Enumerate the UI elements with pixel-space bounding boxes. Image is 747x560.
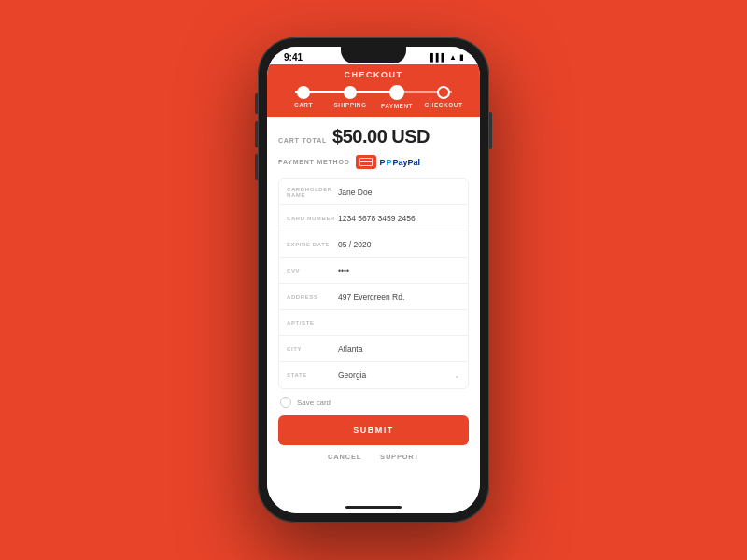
step-payment: PAYMENT <box>374 85 420 109</box>
field-label-expire: EXPIRE DATE <box>287 242 338 247</box>
paypal-text: PayPal <box>393 158 421 167</box>
field-card-number[interactable]: CARD NUMBER 1234 5678 3459 2456 <box>279 205 468 231</box>
cart-total-amount: $50.00 USD <box>332 126 430 147</box>
volume-up-button <box>255 121 258 147</box>
field-address[interactable]: ADDRESS 497 Evergreen Rd. <box>279 284 468 310</box>
field-value-cardnumber: 1234 5678 3459 2456 <box>338 214 460 223</box>
step-label-shipping: SHIPPING <box>333 102 366 108</box>
save-card-row[interactable]: Save card <box>278 397 469 408</box>
field-label-address: ADDRESS <box>287 294 338 300</box>
form-section: CARDHOLDER NAME Jane Doe CARD NUMBER 123… <box>278 178 469 389</box>
checkout-title: CHECKOUT <box>276 70 471 79</box>
step-cart: CART <box>280 86 327 108</box>
steps-container: CART SHIPPING PAYMENT CHECKOUT <box>276 85 471 109</box>
home-bar <box>345 506 402 509</box>
field-cvv[interactable]: CVV •••• <box>279 258 468 284</box>
step-label-payment: PAYMENT <box>381 103 413 109</box>
status-icons: ▌▌▌ ▲ ▮ <box>430 53 463 62</box>
field-value-state: Georgia <box>338 371 454 380</box>
field-label-apt: APT/STE <box>287 320 338 326</box>
phone-shell: 9:41 ▌▌▌ ▲ ▮ CHECKOUT CART SHIPPING <box>258 37 489 523</box>
save-card-label: Save card <box>297 399 331 407</box>
field-label-cvv: CVV <box>287 268 338 273</box>
field-value-cardholder: Jane Doe <box>338 188 460 197</box>
field-value-address: 497 Evergreen Rd. <box>338 292 460 301</box>
field-value-cvv: •••• <box>338 266 460 275</box>
payment-icons: P P PayPal <box>356 155 421 169</box>
power-button <box>489 112 492 149</box>
field-value-city: Atlanta <box>338 344 460 354</box>
support-link[interactable]: SUPPORT <box>380 453 419 461</box>
notch <box>341 47 406 63</box>
volume-down-button <box>255 154 258 180</box>
battery-icon: ▮ <box>459 53 463 62</box>
credit-card-icon[interactable] <box>356 155 376 169</box>
checkout-body: CART TOTAL $50.00 USD PAYMENT METHOD P P… <box>267 117 480 500</box>
step-label-checkout: CHECKOUT <box>425 102 463 108</box>
field-label-cardnumber: CARD NUMBER <box>287 216 338 221</box>
field-city[interactable]: CITY Atlanta <box>279 336 468 362</box>
cart-total-row: CART TOTAL $50.00 USD <box>278 126 469 147</box>
home-indicator <box>267 500 480 513</box>
step-label-cart: CART <box>294 102 313 108</box>
field-cardholder-name[interactable]: CARDHOLDER NAME Jane Doe <box>279 179 468 205</box>
paypal-logo[interactable]: P P PayPal <box>380 158 421 167</box>
field-expire-date[interactable]: EXPIRE DATE 05 / 2020 <box>279 231 468 258</box>
step-dot-checkout <box>437 86 450 99</box>
bottom-links: CANCEL SUPPORT <box>278 453 469 461</box>
field-label-state: STATE <box>287 372 338 378</box>
step-checkout: CHECKOUT <box>420 86 467 108</box>
payment-method-row: PAYMENT METHOD P P PayPal <box>278 155 469 169</box>
field-label-cardholder: CARDHOLDER NAME <box>287 187 338 198</box>
silent-switch <box>255 93 258 114</box>
status-bar: 9:41 ▌▌▌ ▲ ▮ <box>267 47 480 64</box>
cancel-link[interactable]: CANCEL <box>328 453 361 461</box>
cart-total-label: CART TOTAL <box>278 137 327 144</box>
field-label-city: CITY <box>287 346 338 352</box>
paypal-p1: P <box>380 158 386 167</box>
field-value-expire: 05 / 2020 <box>338 240 460 249</box>
step-dot-cart <box>297 86 310 99</box>
step-dot-shipping <box>344 86 357 99</box>
field-apt[interactable]: APT/STE <box>279 310 468 336</box>
field-state[interactable]: STATE Georgia ⌄ <box>279 362 468 388</box>
signal-icon: ▌▌▌ <box>430 53 446 62</box>
paypal-p2: P <box>387 158 392 167</box>
chevron-down-icon: ⌄ <box>454 371 460 380</box>
wifi-icon: ▲ <box>449 53 457 62</box>
card-icon-inner <box>359 158 373 166</box>
status-time: 9:41 <box>284 52 303 63</box>
save-card-checkbox[interactable] <box>280 397 291 408</box>
payment-method-label: PAYMENT METHOD <box>278 159 350 165</box>
step-dot-payment <box>389 85 404 100</box>
submit-button[interactable]: SUBMIT <box>278 415 469 445</box>
step-shipping: SHIPPING <box>327 86 374 108</box>
checkout-header: CHECKOUT CART SHIPPING PAYMENT <box>267 64 480 117</box>
phone-screen: 9:41 ▌▌▌ ▲ ▮ CHECKOUT CART SHIPPING <box>267 47 480 513</box>
